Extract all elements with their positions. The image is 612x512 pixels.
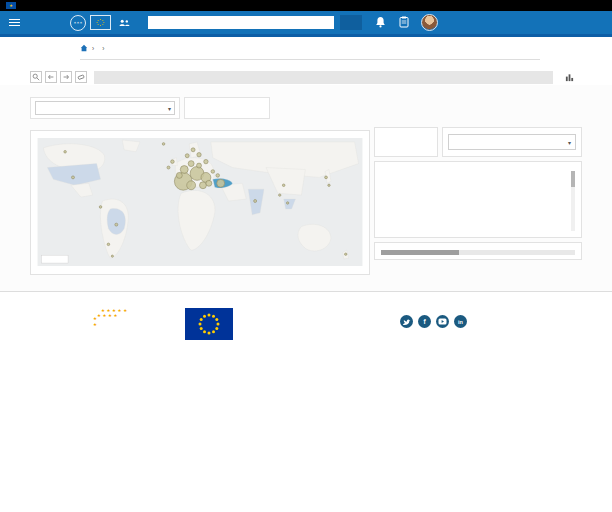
top-countries-panel [374, 161, 582, 238]
arrow-back-icon [47, 73, 55, 81]
date-range-filter [184, 97, 270, 119]
step-back-button[interactable] [45, 71, 57, 83]
notifications-button[interactable] [375, 14, 386, 32]
user-avatar[interactable] [421, 14, 438, 31]
official-banner: ★ [0, 0, 612, 11]
een-logo-stars: ★★★★ [97, 313, 119, 318]
youtube-icon[interactable] [436, 315, 449, 328]
chevron-down-icon: ▾ [568, 139, 571, 146]
selections-button[interactable] [561, 73, 582, 82]
bar-chart-ylabel [381, 169, 389, 233]
logo-group[interactable]: ✶✶✶ [70, 15, 111, 31]
een-logo-icon: ✶✶✶ [70, 15, 86, 31]
menu-icon[interactable] [9, 17, 20, 28]
eu-flag-image [185, 308, 233, 344]
top-evolution-select[interactable]: ▾ [448, 134, 576, 150]
breadcrumb-divider [80, 59, 540, 60]
search-selections-button[interactable] [30, 71, 42, 83]
arrow-forward-icon [62, 73, 70, 81]
page-footer: ★★★★★ ★★ ★★★★ [0, 291, 612, 437]
search-icon [32, 73, 40, 81]
people-icon [119, 19, 130, 27]
bar-chart[interactable] [389, 169, 575, 233]
top-evolution-label [374, 127, 438, 157]
period-select[interactable]: ▾ [35, 101, 175, 115]
eu-flag-icon: ★ [6, 2, 16, 9]
chevron-down-icon: ▾ [168, 105, 171, 112]
monthly-evolution-panel [374, 242, 582, 260]
tasks-button[interactable] [399, 14, 409, 32]
community-brand[interactable] [119, 19, 134, 27]
app-header: ✶✶✶ [0, 11, 612, 34]
breadcrumb-separator: › [102, 45, 104, 52]
map-panel [30, 130, 370, 275]
period-filter: ▾ [30, 97, 180, 119]
bell-icon [375, 16, 386, 28]
world-map[interactable] [37, 138, 363, 266]
search-input[interactable] [148, 16, 334, 29]
linkedin-icon[interactable]: in [454, 315, 467, 328]
een-logo: ★★★★★ ★★ ★★★★ [95, 308, 167, 314]
home-icon[interactable] [80, 44, 88, 52]
top-evolution-dropdown: ▾ [442, 127, 582, 157]
footer-links [245, 308, 400, 437]
line-chart-scrollbar[interactable] [381, 250, 575, 255]
clipboard-icon [399, 16, 409, 28]
filter-bar: ▾ [30, 97, 612, 119]
selections-icon [565, 73, 574, 82]
twitter-icon[interactable] [400, 315, 413, 328]
facebook-icon[interactable]: f [418, 315, 431, 328]
breadcrumb: › › [80, 44, 612, 52]
dashboard-content: ▾ [0, 85, 612, 291]
eu-flag-logo-icon [90, 15, 111, 30]
clear-icon [77, 73, 85, 81]
date-range-value[interactable] [189, 101, 265, 113]
search-button[interactable] [340, 15, 362, 30]
bar-chart-scrollbar[interactable] [571, 171, 575, 231]
step-forward-button[interactable] [60, 71, 72, 83]
clear-selections-button[interactable] [75, 71, 87, 83]
selections-message [94, 71, 553, 84]
map-scale [41, 255, 68, 263]
eu-stars [94, 18, 107, 27]
breadcrumb-separator: › [92, 45, 94, 52]
selections-toolbar [30, 69, 582, 85]
